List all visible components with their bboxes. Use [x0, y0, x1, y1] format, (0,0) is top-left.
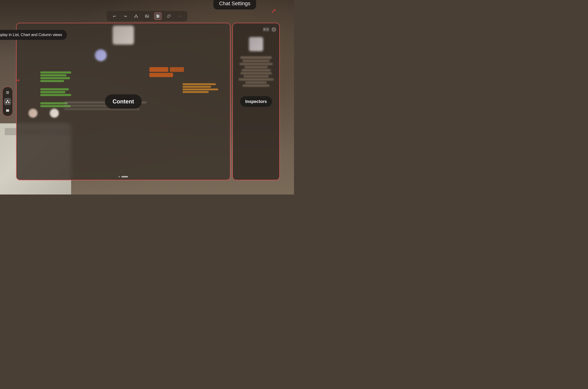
dot-1 — [119, 176, 120, 177]
orange-bars-right — [183, 83, 220, 94]
svg-line-4 — [136, 16, 137, 17]
svg-rect-21 — [6, 109, 7, 112]
main-area: Display in List, Chart and Column views … — [14, 23, 280, 180]
list-view-icon[interactable] — [4, 89, 11, 96]
avatar-node-3 — [50, 109, 59, 118]
dot-pill — [121, 176, 128, 177]
display-view-tooltip: Display in List, Chart and Column views — [0, 30, 67, 40]
svg-rect-22 — [7, 109, 8, 112]
settings-button[interactable] — [154, 12, 162, 20]
image-button[interactable] — [143, 12, 151, 20]
svg-point-1 — [134, 17, 136, 18]
inspector-avatar — [249, 37, 263, 51]
svg-point-17 — [6, 102, 7, 103]
svg-rect-14 — [6, 92, 9, 93]
svg-line-20 — [8, 101, 9, 102]
avatar-node-2 — [29, 109, 37, 118]
redo-button[interactable]: ↪ — [121, 12, 129, 20]
link-button[interactable] — [165, 12, 173, 20]
avatar-node-1 — [95, 49, 107, 61]
inspector-panel: Inspectors — [232, 23, 280, 180]
content-panel: Content — [16, 23, 230, 180]
orange-blocks — [149, 67, 197, 78]
svg-point-18 — [8, 102, 9, 103]
more-button[interactable]: ··· — [176, 12, 184, 20]
top-avatar — [113, 26, 134, 45]
app-window: ↩ Chat Settings ↩ ↪ — [14, 9, 280, 180]
svg-point-0 — [136, 15, 137, 16]
bottom-indicator — [119, 176, 128, 177]
column-view-icon[interactable] — [4, 107, 11, 114]
chat-settings-tooltip: Chat Settings — [213, 0, 256, 9]
network-button[interactable] — [132, 12, 140, 20]
svg-rect-13 — [6, 91, 9, 92]
toolbar: ↩ ↪ — [14, 9, 280, 23]
svg-point-16 — [7, 100, 8, 101]
inspector-top-controls — [235, 26, 278, 33]
svg-rect-23 — [8, 109, 9, 112]
inspector-toggle-button[interactable] — [263, 27, 269, 32]
view-switcher[interactable] — [2, 87, 13, 116]
svg-rect-15 — [6, 94, 9, 94]
content-bubble: Content — [105, 95, 142, 109]
undo-button[interactable]: ↩ — [111, 12, 118, 20]
inspector-settings-button[interactable] — [271, 27, 277, 32]
svg-line-19 — [6, 101, 8, 102]
inspector-items — [235, 56, 278, 88]
svg-line-3 — [135, 16, 136, 17]
chart-view-icon[interactable] — [4, 98, 11, 105]
svg-point-2 — [137, 17, 138, 18]
inspectors-bubble: Inspectors — [240, 96, 272, 107]
